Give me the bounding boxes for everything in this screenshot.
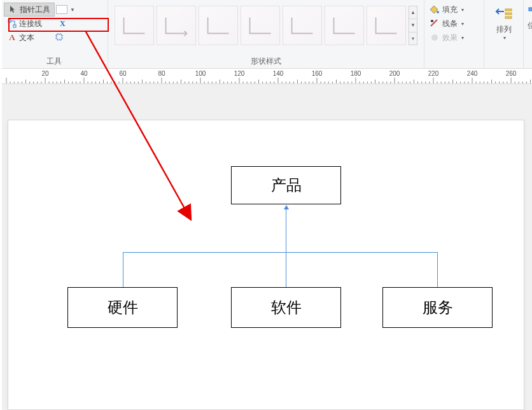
connector-segment[interactable] <box>286 252 286 287</box>
shape-style-thumb[interactable] <box>367 6 406 45</box>
svg-point-3 <box>437 11 439 13</box>
chevron-down-icon[interactable]: ▼ <box>70 7 75 13</box>
connector-segment[interactable] <box>123 252 438 253</box>
left-edge <box>0 0 2 410</box>
gallery-scroll-down[interactable]: ▼ <box>409 19 417 32</box>
position-label: 位 <box>528 20 532 31</box>
tools-group-title: 工具 <box>4 53 104 67</box>
shape-gallery: ▲ ▼ ▾ <box>112 3 420 48</box>
svg-text:20: 20 <box>41 70 49 77</box>
connector-segment[interactable] <box>123 252 123 287</box>
diagram-root-label: 产品 <box>271 175 302 195</box>
svg-text:60: 60 <box>119 70 127 77</box>
fill-label: 填充 <box>442 4 458 15</box>
ribbon: 指针工具 ▼ 连接线 X A 文本 工具 <box>0 0 532 69</box>
connector-icon <box>8 19 17 28</box>
arrange-group: 排列 ▾ <box>484 0 524 68</box>
shape-style-thumb[interactable] <box>283 6 322 45</box>
svg-text:180: 180 <box>351 70 361 77</box>
shape-style-thumb[interactable] <box>325 6 364 45</box>
effect-button: 效果 ▾ <box>428 31 480 45</box>
svg-text:160: 160 <box>312 70 323 77</box>
canvas-area[interactable]: 产品 硬件 软件 服务 <box>0 84 532 410</box>
pointer-icon <box>8 5 17 14</box>
arrange-icon <box>495 6 513 20</box>
chevron-down-icon: ▾ <box>461 7 464 13</box>
svg-rect-2 <box>57 34 62 39</box>
svg-text:40: 40 <box>80 70 88 77</box>
shape-style-thumb[interactable] <box>199 6 238 45</box>
shape-styles-group-title: 形状样式 <box>112 53 420 67</box>
effect-icon <box>430 32 440 43</box>
svg-rect-7 <box>505 17 512 18</box>
connector-segment[interactable] <box>437 252 438 287</box>
shape-style-thumb[interactable] <box>157 6 196 45</box>
fill-swatch[interactable] <box>56 5 67 14</box>
gallery-scroll-up[interactable]: ▲ <box>409 6 417 19</box>
shape-format-group: 填充 ▾ 线条 ▾ 效果 ▾ <box>424 0 484 68</box>
chevron-down-icon: ▾ <box>461 21 464 27</box>
arrange-label: 排列 <box>496 24 512 35</box>
svg-rect-5 <box>505 9 512 11</box>
position-group: 位 <box>524 0 532 68</box>
pointer-tool-button[interactable]: 指针工具 <box>4 3 55 17</box>
connector-tool-button[interactable]: 连接线 <box>4 17 46 31</box>
crop-icon[interactable] <box>55 32 64 43</box>
diagram-child-box[interactable]: 硬件 <box>67 287 178 328</box>
connector-tool-label: 连接线 <box>19 18 42 29</box>
page[interactable]: 产品 硬件 软件 服务 <box>8 120 524 410</box>
text-tool-button[interactable]: A 文本 <box>4 31 38 45</box>
diagram-child-box[interactable]: 服务 <box>382 287 493 328</box>
chevron-down-icon: ▾ <box>503 35 506 41</box>
position-icon <box>528 6 532 17</box>
line-icon <box>430 18 440 29</box>
position-button[interactable]: 位 <box>528 6 532 31</box>
svg-text:120: 120 <box>234 70 245 77</box>
svg-rect-6 <box>505 13 512 15</box>
shape-style-thumb[interactable] <box>241 6 280 45</box>
svg-text:80: 80 <box>158 70 165 77</box>
ruler-svg: 20406080100120140160180200220240260 <box>0 69 532 84</box>
svg-rect-1 <box>13 25 16 27</box>
connector-delete-button[interactable]: X <box>60 19 66 29</box>
diagram-child-label: 服务 <box>423 297 453 318</box>
svg-text:240: 240 <box>467 70 478 77</box>
fill-button[interactable]: 填充 ▾ <box>428 3 480 17</box>
effect-label: 效果 <box>442 32 458 43</box>
svg-text:260: 260 <box>506 70 517 77</box>
chevron-down-icon: ▾ <box>461 35 464 41</box>
text-icon: A <box>8 33 17 42</box>
svg-rect-0 <box>8 20 11 22</box>
svg-text:100: 100 <box>195 70 206 77</box>
pointer-tool-label: 指针工具 <box>20 4 50 15</box>
svg-text:200: 200 <box>389 70 400 77</box>
svg-text:140: 140 <box>273 70 284 77</box>
fill-icon <box>430 4 440 15</box>
diagram-child-label: 软件 <box>271 297 302 318</box>
shape-style-thumb[interactable] <box>115 6 154 45</box>
connector-arrowhead <box>284 205 289 209</box>
shape-styles-group: ▲ ▼ ▾ 形状样式 <box>108 0 424 68</box>
svg-rect-8 <box>529 8 532 11</box>
horizontal-ruler: 20406080100120140160180200220240260 <box>0 69 532 84</box>
gallery-scroll-more[interactable]: ▾ <box>409 32 417 45</box>
tools-group: 指针工具 ▼ 连接线 X A 文本 工具 <box>0 0 108 68</box>
diagram-child-box[interactable]: 软件 <box>231 287 341 328</box>
text-tool-label: 文本 <box>19 32 34 43</box>
diagram-root-box[interactable]: 产品 <box>231 166 341 204</box>
line-label: 线条 <box>442 18 458 29</box>
connector-segment[interactable] <box>286 209 286 253</box>
diagram-child-label: 硬件 <box>108 297 138 318</box>
svg-text:220: 220 <box>428 70 439 77</box>
gallery-scroll: ▲ ▼ ▾ <box>409 6 417 45</box>
line-button[interactable]: 线条 ▾ <box>428 17 480 31</box>
svg-point-4 <box>431 34 438 41</box>
arrange-button[interactable]: 排列 ▾ <box>495 6 513 41</box>
